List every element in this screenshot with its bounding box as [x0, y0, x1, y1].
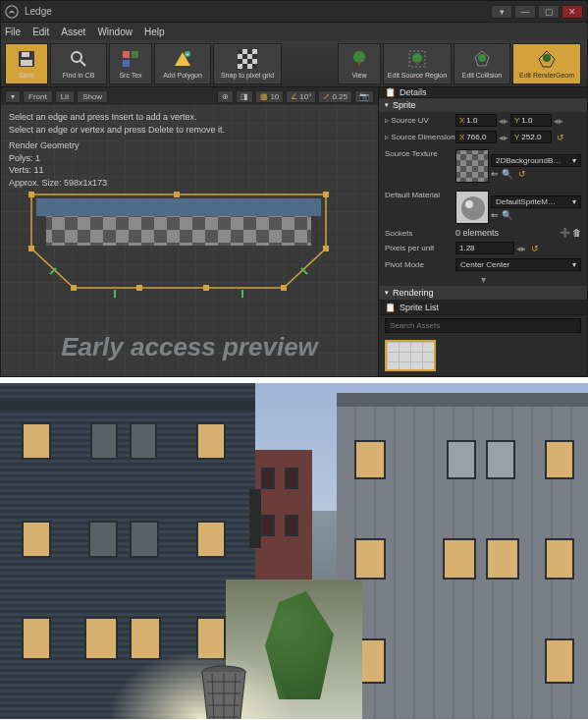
checker-icon — [237, 48, 258, 70]
spinner-icon[interactable]: ◂▸ — [499, 116, 508, 126]
transform-mode-toggle[interactable]: ⊕ — [217, 90, 234, 103]
source-dim-y-field[interactable]: Y252.0 — [510, 131, 552, 143]
menu-file[interactable]: File — [5, 27, 21, 37]
view-mode-button[interactable]: View — [338, 43, 381, 84]
svg-rect-40 — [174, 192, 180, 197]
svg-rect-14 — [247, 49, 252, 54]
chevron-down-icon: ▾ — [572, 260, 576, 269]
expand-arrow-icon[interactable]: ▾ — [379, 273, 587, 286]
building-right — [337, 393, 588, 719]
add-element-icon[interactable]: ➕ — [560, 228, 570, 238]
view-show-button[interactable]: Show — [77, 90, 108, 103]
clear-elements-icon[interactable]: 🗑 — [572, 228, 581, 238]
surface-snap-toggle[interactable]: ◨ — [236, 90, 253, 103]
pivot-mode-row: Pivot Mode Center Center▾ — [379, 256, 587, 273]
main-toolbar: Save Find in CB Src Tex + Add Polygon Sn… — [1, 40, 587, 87]
reset-icon[interactable]: ↺ — [557, 133, 566, 142]
sprite-section-header[interactable]: Sprite — [379, 98, 587, 112]
browse-asset-icon[interactable]: 🔍 — [502, 210, 512, 220]
menu-asset[interactable]: Asset — [61, 27, 85, 37]
camera-speed-button[interactable]: 📷 — [354, 90, 374, 103]
viewport-column: ▾ Front Lit Show ⊕ ◨ ▦10 ∠10° ⤢0.25 📷 Se… — [1, 87, 378, 376]
reset-icon[interactable]: ↺ — [531, 244, 541, 253]
default-material-dropdown[interactable]: DefaultSpriteM…▾ — [491, 195, 581, 208]
ppu-field[interactable]: 1.28 — [455, 242, 514, 254]
svg-rect-47 — [281, 285, 287, 291]
src-tex-button[interactable]: Src Tex — [109, 43, 152, 84]
floppy-icon — [16, 48, 37, 70]
source-uv-y-field[interactable]: Y1.0 — [510, 114, 552, 127]
svg-rect-39 — [28, 192, 34, 197]
view-front-button[interactable]: Front — [23, 90, 53, 103]
source-dimension-row: ▹ Source Dimension X766.0 ◂▸ Y252.0 ↺ — [379, 129, 587, 145]
angle-snap-field[interactable]: ∠10° — [286, 90, 316, 103]
sprite-list-footer: 1 item 👁 View Options ▾ — [379, 375, 587, 376]
edit-render-geom-button[interactable]: Edit RenderGeom — [512, 43, 581, 84]
tree-geom-icon — [536, 48, 558, 70]
svg-text:+: + — [187, 51, 189, 57]
spinner-icon[interactable]: ◂▸ — [554, 116, 563, 126]
sprite-list-header[interactable]: 📋 Sprite List — [379, 300, 587, 315]
scale-snap-field[interactable]: ⤢0.25 — [318, 90, 352, 103]
sprite-search-input[interactable] — [385, 318, 581, 333]
sprite-asset-thumb[interactable] — [385, 340, 436, 371]
window-title: Ledge — [25, 6, 52, 17]
pixels-per-unit-row: Pixels per unit 1.28 ◂▸ ↺ — [379, 240, 587, 256]
svg-point-27 — [478, 54, 486, 62]
svg-rect-7 — [132, 51, 138, 58]
default-material-thumb[interactable] — [455, 191, 489, 224]
spinner-icon[interactable]: ◂▸ — [516, 244, 526, 253]
grid-snap-field[interactable]: ▦10 — [255, 90, 284, 103]
content-area: ▾ Front Lit Show ⊕ ◨ ▦10 ∠10° ⤢0.25 📷 Se… — [1, 87, 587, 376]
svg-point-53 — [461, 196, 485, 220]
source-dim-x-field[interactable]: X766.0 — [455, 131, 497, 143]
svg-rect-44 — [71, 285, 77, 291]
add-polygon-button[interactable]: + Add Polygon — [154, 43, 211, 84]
magnifier-icon — [68, 48, 89, 70]
rendering-section-header[interactable]: Rendering — [379, 286, 587, 300]
sockets-row: Sockets 0 elements ➕ 🗑 — [379, 226, 587, 240]
reset-icon[interactable]: ↺ — [518, 169, 528, 179]
svg-rect-16 — [252, 54, 257, 59]
menu-edit[interactable]: Edit — [32, 27, 49, 37]
engine-logo-icon — [5, 5, 19, 19]
use-asset-icon[interactable]: ⇐ — [491, 210, 499, 220]
menu-window[interactable]: Window — [97, 27, 133, 37]
svg-rect-46 — [203, 285, 209, 291]
chevron-down-icon: ▾ — [572, 197, 576, 206]
viewport-hint: Select an edge and press Insert to add a… — [9, 111, 225, 190]
close-button[interactable]: ✕ — [561, 5, 583, 19]
source-uv-label: ▹ Source UV — [385, 116, 455, 125]
viewport-menu-chevron[interactable]: ▾ — [5, 90, 21, 103]
find-in-cb-button[interactable]: Find in CB — [50, 43, 107, 84]
render-geometry-shape[interactable] — [27, 192, 331, 309]
source-texture-dropdown[interactable]: 2DBackgroundB…▾ — [491, 154, 581, 167]
browse-asset-icon[interactable]: 🔍 — [502, 169, 512, 179]
menu-help[interactable]: Help — [144, 27, 165, 37]
source-texture-row: Source Texture 2DBackgroundB…▾ ⇐ 🔍 ↺ — [379, 145, 587, 185]
spinner-icon[interactable]: ◂▸ — [499, 133, 508, 142]
snap-to-grid-button[interactable]: Snap to pixel grid — [213, 43, 282, 84]
viewport-toolbar: ▾ Front Lit Show ⊕ ◨ ▦10 ∠10° ⤢0.25 📷 — [1, 87, 378, 105]
edit-source-region-button[interactable]: Edit Source Region — [383, 43, 452, 84]
pivot-mode-dropdown[interactable]: Center Center▾ — [455, 258, 581, 271]
sprite-list-panel: 📋 Sprite List 1 item 👁 View Options ▾ — [379, 300, 587, 376]
source-uv-x-field[interactable]: X1.0 — [455, 114, 497, 127]
source-texture-thumb[interactable] — [455, 149, 489, 183]
maximize-button[interactable]: ▢ — [538, 5, 560, 19]
svg-marker-37 — [36, 246, 321, 285]
details-header[interactable]: 📋 Details — [379, 87, 587, 98]
sprite-asset-area — [379, 336, 587, 375]
svg-rect-17 — [238, 59, 242, 64]
svg-rect-30 — [36, 198, 321, 216]
minimize-button[interactable]: — — [514, 5, 536, 19]
source-texture-label: Source Texture — [385, 149, 455, 158]
view-lit-button[interactable]: Lit — [55, 90, 75, 103]
help-console-button[interactable]: ▾ — [491, 5, 512, 19]
trash-can-icon — [196, 664, 251, 719]
edit-collision-button[interactable]: Edit Collision — [454, 43, 510, 84]
use-asset-icon[interactable]: ⇐ — [491, 169, 499, 179]
viewport[interactable]: Select an edge and press Insert to add a… — [1, 105, 378, 376]
tree-icon — [348, 48, 370, 70]
save-button[interactable]: Save — [5, 43, 48, 84]
